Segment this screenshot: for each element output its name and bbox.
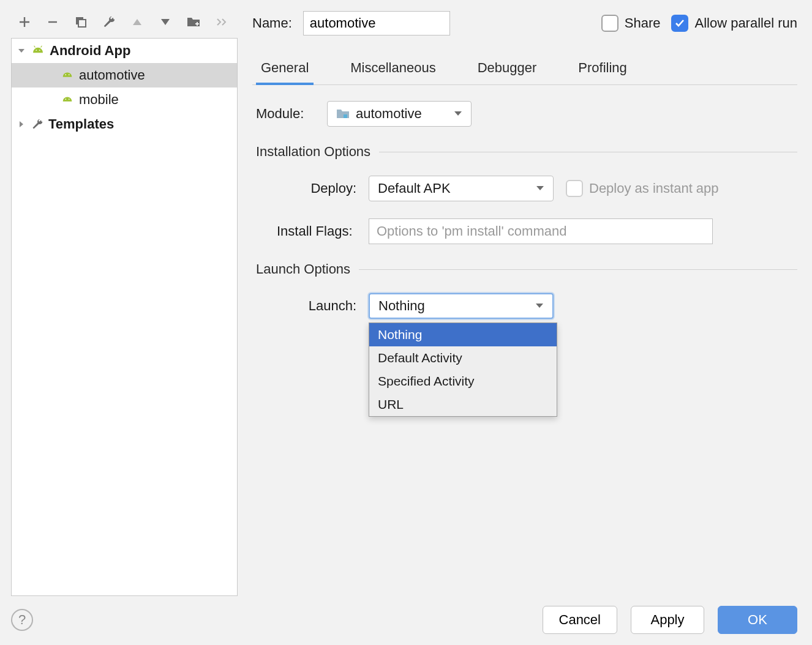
tree-label: automotive: [79, 67, 145, 83]
tree-node-android-app[interactable]: Android App: [12, 39, 237, 63]
more-icon[interactable]: [214, 15, 229, 29]
svg-point-7: [69, 99, 70, 100]
folder-icon: [336, 108, 350, 119]
launch-value: Nothing: [378, 298, 425, 314]
config-tree: Android App automotive mobile: [11, 38, 238, 596]
share-checkbox[interactable]: Share: [601, 15, 661, 32]
module-select[interactable]: automotive: [327, 101, 472, 127]
deploy-select[interactable]: Default APK: [369, 176, 554, 201]
launch-label: Launch:: [277, 298, 356, 314]
chevron-right-icon[interactable]: [17, 120, 26, 129]
tab-general[interactable]: General: [256, 54, 314, 84]
checkbox-checked-icon: [671, 15, 688, 32]
module-label: Module:: [256, 106, 315, 122]
sidebar-toolbar: [11, 11, 238, 38]
deploy-value: Default APK: [378, 181, 451, 196]
launch-dropdown: Nothing Default Activity Specified Activ…: [369, 322, 557, 417]
launch-option-specified-activity[interactable]: Specified Activity: [369, 370, 557, 393]
divider: [359, 269, 797, 270]
svg-point-2: [36, 50, 37, 51]
remove-icon[interactable]: [45, 15, 60, 29]
help-icon[interactable]: ?: [11, 609, 33, 631]
apply-button[interactable]: Apply: [631, 606, 704, 634]
parallel-checkbox[interactable]: Allow parallel run: [671, 15, 797, 32]
tree-item-automotive[interactable]: automotive: [12, 63, 237, 88]
launch-select[interactable]: Nothing Nothing Default Activity Specifi…: [369, 293, 554, 319]
launch-option-default-activity[interactable]: Default Activity: [369, 346, 557, 370]
install-flags-input[interactable]: [369, 218, 713, 244]
tab-profiling[interactable]: Profiling: [573, 54, 631, 84]
instant-app-label: Deploy as instant app: [589, 181, 719, 196]
tree-label: mobile: [79, 92, 119, 108]
android-icon: [61, 94, 74, 105]
svg-point-4: [65, 74, 66, 75]
move-up-icon: [130, 15, 145, 29]
chevron-down-icon: [535, 303, 544, 309]
folder-add-icon[interactable]: [186, 15, 201, 29]
section-installation: Installation Options: [256, 144, 370, 160]
instant-app-checkbox: Deploy as instant app: [566, 180, 719, 197]
tree-item-mobile[interactable]: mobile: [12, 88, 237, 112]
module-value: automotive: [356, 106, 422, 122]
chevron-down-icon: [454, 111, 462, 117]
name-label: Name:: [252, 15, 292, 31]
android-icon: [61, 70, 74, 81]
launch-option-nothing[interactable]: Nothing: [369, 323, 557, 346]
tab-debugger[interactable]: Debugger: [473, 54, 542, 84]
tab-miscellaneous[interactable]: Miscellaneous: [345, 54, 440, 84]
name-input[interactable]: [303, 11, 450, 35]
share-label: Share: [625, 15, 661, 31]
parallel-label: Allow parallel run: [694, 15, 797, 31]
deploy-label: Deploy:: [277, 181, 356, 196]
chevron-down-icon: [536, 185, 544, 192]
svg-point-5: [69, 74, 70, 75]
checkbox-icon: [566, 180, 583, 197]
android-icon: [31, 45, 45, 56]
wrench-icon[interactable]: [102, 15, 116, 29]
launch-option-url[interactable]: URL: [369, 393, 557, 416]
tree-label: Templates: [48, 116, 114, 132]
move-down-icon[interactable]: [158, 15, 173, 29]
wrench-icon: [31, 118, 43, 130]
chevron-down-icon[interactable]: [17, 47, 26, 55]
checkbox-icon: [601, 15, 618, 32]
tree-label: Android App: [50, 43, 130, 59]
ok-button[interactable]: OK: [718, 606, 797, 634]
svg-rect-1: [78, 20, 86, 27]
cancel-button[interactable]: Cancel: [543, 606, 617, 634]
svg-point-3: [39, 50, 40, 51]
tree-node-templates[interactable]: Templates: [12, 112, 237, 136]
install-flags-label: Install Flags:: [277, 223, 356, 239]
divider: [379, 152, 797, 152]
svg-rect-8: [344, 114, 347, 118]
svg-point-6: [65, 99, 66, 100]
section-launch: Launch Options: [256, 261, 350, 277]
tab-bar: General Miscellaneous Debugger Profiling: [252, 54, 797, 85]
copy-icon[interactable]: [73, 15, 88, 29]
add-icon[interactable]: [17, 15, 32, 29]
